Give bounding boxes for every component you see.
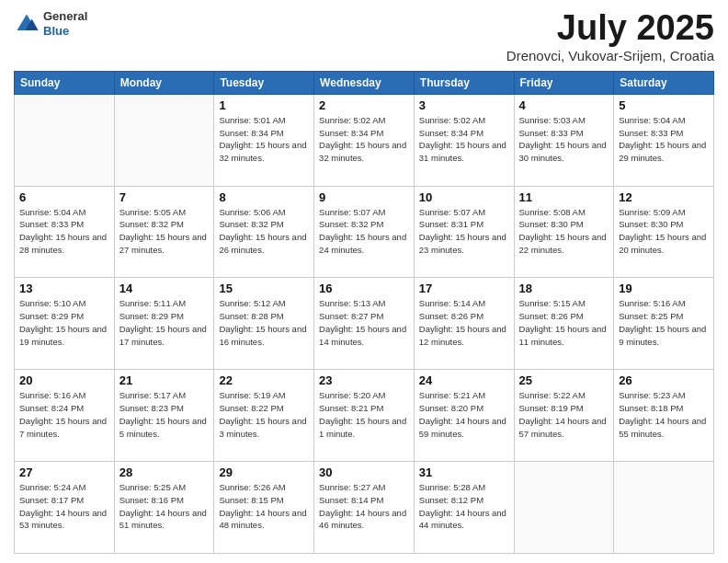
table-row: 5Sunrise: 5:04 AMSunset: 8:33 PMDaylight… <box>614 94 714 186</box>
day-number: 16 <box>319 282 409 295</box>
day-number: 11 <box>519 190 609 204</box>
table-row: 25Sunrise: 5:22 AMSunset: 8:19 PMDayligh… <box>514 370 614 462</box>
table-row: 21Sunrise: 5:17 AMSunset: 8:23 PMDayligh… <box>114 370 214 462</box>
day-info: Sunrise: 5:22 AMSunset: 8:19 PMDaylight:… <box>519 389 609 440</box>
header-tuesday: Tuesday <box>214 71 314 94</box>
day-info: Sunrise: 5:11 AMSunset: 8:29 PMDaylight:… <box>119 297 210 348</box>
day-info: Sunrise: 5:16 AMSunset: 8:25 PMDaylight:… <box>619 297 709 348</box>
table-row: 31Sunrise: 5:28 AMSunset: 8:12 PMDayligh… <box>414 462 514 554</box>
day-info: Sunrise: 5:23 AMSunset: 8:18 PMDaylight:… <box>619 389 709 440</box>
table-row: 24Sunrise: 5:21 AMSunset: 8:20 PMDayligh… <box>414 370 514 462</box>
calendar-week-2: 6Sunrise: 5:04 AMSunset: 8:33 PMDaylight… <box>15 186 714 278</box>
day-info: Sunrise: 5:07 AMSunset: 8:31 PMDaylight:… <box>419 206 509 257</box>
table-row <box>114 94 214 186</box>
header-saturday: Saturday <box>614 71 714 94</box>
table-row: 29Sunrise: 5:26 AMSunset: 8:15 PMDayligh… <box>214 462 314 554</box>
day-number: 6 <box>19 190 109 204</box>
day-number: 13 <box>19 282 109 295</box>
table-row: 12Sunrise: 5:09 AMSunset: 8:30 PMDayligh… <box>614 186 714 278</box>
title-location: Drenovci, Vukovar-Srijem, Croatia <box>506 48 714 63</box>
day-info: Sunrise: 5:17 AMSunset: 8:23 PMDaylight:… <box>119 389 210 440</box>
header-sunday: Sunday <box>15 71 115 94</box>
calendar-header-row: Sunday Monday Tuesday Wednesday Thursday… <box>15 71 714 94</box>
table-row: 11Sunrise: 5:08 AMSunset: 8:30 PMDayligh… <box>514 186 614 278</box>
day-number: 28 <box>119 465 210 479</box>
day-info: Sunrise: 5:20 AMSunset: 8:21 PMDaylight:… <box>319 389 409 440</box>
table-row: 3Sunrise: 5:02 AMSunset: 8:34 PMDaylight… <box>414 94 514 186</box>
table-row: 23Sunrise: 5:20 AMSunset: 8:21 PMDayligh… <box>314 370 415 462</box>
day-number: 12 <box>619 190 709 204</box>
day-number: 23 <box>319 373 409 387</box>
day-info: Sunrise: 5:10 AMSunset: 8:29 PMDaylight:… <box>19 297 109 348</box>
calendar-week-1: 1Sunrise: 5:01 AMSunset: 8:34 PMDaylight… <box>15 94 714 186</box>
table-row: 18Sunrise: 5:15 AMSunset: 8:26 PMDayligh… <box>514 278 614 370</box>
day-info: Sunrise: 5:01 AMSunset: 8:34 PMDaylight:… <box>219 114 309 165</box>
table-row: 10Sunrise: 5:07 AMSunset: 8:31 PMDayligh… <box>414 186 514 278</box>
day-info: Sunrise: 5:25 AMSunset: 8:16 PMDaylight:… <box>119 481 210 532</box>
day-number: 18 <box>519 282 609 295</box>
day-number: 29 <box>219 465 309 479</box>
table-row: 28Sunrise: 5:25 AMSunset: 8:16 PMDayligh… <box>114 462 214 554</box>
logo-icon <box>14 11 40 37</box>
day-info: Sunrise: 5:05 AMSunset: 8:32 PMDaylight:… <box>119 206 210 257</box>
title-section: July 2025 Drenovci, Vukovar-Srijem, Croa… <box>506 9 714 63</box>
table-row: 7Sunrise: 5:05 AMSunset: 8:32 PMDaylight… <box>114 186 214 278</box>
day-number: 14 <box>119 282 210 295</box>
logo: General Blue <box>14 9 87 38</box>
day-number: 2 <box>319 98 409 112</box>
day-info: Sunrise: 5:13 AMSunset: 8:27 PMDaylight:… <box>319 297 409 348</box>
table-row: 22Sunrise: 5:19 AMSunset: 8:22 PMDayligh… <box>214 370 314 462</box>
table-row: 19Sunrise: 5:16 AMSunset: 8:25 PMDayligh… <box>614 278 714 370</box>
day-info: Sunrise: 5:21 AMSunset: 8:20 PMDaylight:… <box>419 389 509 440</box>
table-row: 8Sunrise: 5:06 AMSunset: 8:32 PMDaylight… <box>214 186 314 278</box>
day-info: Sunrise: 5:28 AMSunset: 8:12 PMDaylight:… <box>419 481 509 532</box>
table-row: 14Sunrise: 5:11 AMSunset: 8:29 PMDayligh… <box>114 278 214 370</box>
calendar-table: Sunday Monday Tuesday Wednesday Thursday… <box>14 71 714 554</box>
day-info: Sunrise: 5:08 AMSunset: 8:30 PMDaylight:… <box>519 206 609 257</box>
table-row <box>614 462 714 554</box>
day-number: 5 <box>619 98 709 112</box>
day-number: 30 <box>319 465 409 479</box>
day-number: 9 <box>319 190 409 204</box>
header-wednesday: Wednesday <box>314 71 415 94</box>
day-number: 3 <box>419 98 509 112</box>
table-row: 20Sunrise: 5:16 AMSunset: 8:24 PMDayligh… <box>15 370 115 462</box>
header: General Blue July 2025 Drenovci, Vukovar… <box>14 9 714 63</box>
header-friday: Friday <box>514 71 614 94</box>
day-number: 25 <box>519 373 609 387</box>
day-info: Sunrise: 5:09 AMSunset: 8:30 PMDaylight:… <box>619 206 709 257</box>
day-info: Sunrise: 5:24 AMSunset: 8:17 PMDaylight:… <box>19 481 109 532</box>
table-row: 6Sunrise: 5:04 AMSunset: 8:33 PMDaylight… <box>15 186 115 278</box>
table-row <box>514 462 614 554</box>
day-number: 27 <box>19 465 109 479</box>
calendar-week-4: 20Sunrise: 5:16 AMSunset: 8:24 PMDayligh… <box>15 370 714 462</box>
calendar-week-5: 27Sunrise: 5:24 AMSunset: 8:17 PMDayligh… <box>15 462 714 554</box>
day-number: 7 <box>119 190 210 204</box>
page: General Blue July 2025 Drenovci, Vukovar… <box>0 0 728 563</box>
day-info: Sunrise: 5:16 AMSunset: 8:24 PMDaylight:… <box>19 389 109 440</box>
table-row: 9Sunrise: 5:07 AMSunset: 8:32 PMDaylight… <box>314 186 415 278</box>
day-number: 19 <box>619 282 709 295</box>
logo-blue: Blue <box>43 24 69 38</box>
table-row: 4Sunrise: 5:03 AMSunset: 8:33 PMDaylight… <box>514 94 614 186</box>
calendar-week-3: 13Sunrise: 5:10 AMSunset: 8:29 PMDayligh… <box>15 278 714 370</box>
day-info: Sunrise: 5:15 AMSunset: 8:26 PMDaylight:… <box>519 297 609 348</box>
day-info: Sunrise: 5:06 AMSunset: 8:32 PMDaylight:… <box>219 206 309 257</box>
day-info: Sunrise: 5:26 AMSunset: 8:15 PMDaylight:… <box>219 481 309 532</box>
day-number: 1 <box>219 98 309 112</box>
table-row: 1Sunrise: 5:01 AMSunset: 8:34 PMDaylight… <box>214 94 314 186</box>
day-number: 15 <box>219 282 309 295</box>
logo-text: General Blue <box>43 9 87 38</box>
day-number: 31 <box>419 465 509 479</box>
day-info: Sunrise: 5:07 AMSunset: 8:32 PMDaylight:… <box>319 206 409 257</box>
day-info: Sunrise: 5:02 AMSunset: 8:34 PMDaylight:… <box>319 114 409 165</box>
table-row: 27Sunrise: 5:24 AMSunset: 8:17 PMDayligh… <box>15 462 115 554</box>
table-row: 16Sunrise: 5:13 AMSunset: 8:27 PMDayligh… <box>314 278 415 370</box>
table-row: 15Sunrise: 5:12 AMSunset: 8:28 PMDayligh… <box>214 278 314 370</box>
day-info: Sunrise: 5:12 AMSunset: 8:28 PMDaylight:… <box>219 297 309 348</box>
day-info: Sunrise: 5:14 AMSunset: 8:26 PMDaylight:… <box>419 297 509 348</box>
table-row: 26Sunrise: 5:23 AMSunset: 8:18 PMDayligh… <box>614 370 714 462</box>
day-number: 22 <box>219 373 309 387</box>
logo-general: General <box>43 9 87 23</box>
day-number: 21 <box>119 373 210 387</box>
